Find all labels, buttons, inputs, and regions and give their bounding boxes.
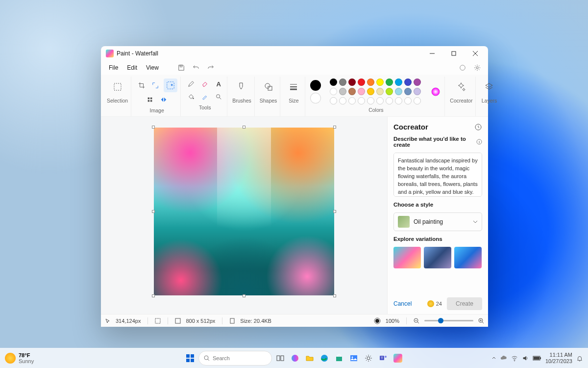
window-maximize-button[interactable]	[443, 46, 465, 61]
settings-icon[interactable]	[470, 61, 484, 75]
resize-handle[interactable]	[333, 294, 336, 297]
color-swatch[interactable]	[414, 97, 421, 105]
system-tray[interactable]: 11:11 AM 10/27/2023	[491, 352, 583, 364]
color-picker-tool[interactable]	[199, 91, 210, 102]
select-tool[interactable]	[109, 79, 126, 95]
color-swatch[interactable]	[386, 88, 393, 95]
create-button[interactable]: Create	[447, 297, 482, 310]
edit-colors-button[interactable]	[430, 86, 441, 98]
canvas-image[interactable]	[154, 128, 334, 295]
color-swatch[interactable]	[348, 97, 356, 105]
color-swatch[interactable]	[386, 97, 393, 105]
resize-handle[interactable]	[152, 294, 155, 297]
color-swatch[interactable]	[339, 88, 346, 95]
taskbar-clock[interactable]: 11:11 AM 10/27/2023	[545, 352, 572, 364]
taskbar-search[interactable]: Search	[198, 351, 272, 366]
magnifier-tool[interactable]	[213, 91, 224, 102]
color-swatch[interactable]	[376, 97, 384, 105]
copilot-icon[interactable]	[456, 61, 469, 75]
color-swatch[interactable]	[330, 79, 337, 86]
resize-handle[interactable]	[243, 126, 245, 129]
color-swatch[interactable]	[395, 79, 402, 86]
color-swatch[interactable]	[404, 79, 412, 86]
history-icon[interactable]	[474, 123, 482, 131]
color-swatch[interactable]	[358, 88, 365, 95]
menu-file[interactable]: File	[105, 62, 122, 73]
color-swatch[interactable]	[376, 79, 384, 86]
canvas-pane[interactable]	[101, 117, 387, 314]
resize-handle[interactable]	[333, 126, 336, 129]
canvas[interactable]	[154, 128, 334, 295]
notifications-icon[interactable]	[576, 355, 583, 362]
color-swatch[interactable]	[404, 88, 412, 95]
resize-tool[interactable]	[150, 80, 161, 91]
cocreator-button[interactable]	[453, 79, 469, 95]
color-swatch[interactable]	[367, 79, 374, 86]
color-swatch[interactable]	[367, 97, 374, 105]
color-swatch[interactable]	[339, 97, 346, 105]
eraser-tool[interactable]	[199, 79, 210, 89]
layers-button[interactable]	[481, 79, 497, 95]
battery-icon[interactable]	[533, 355, 541, 361]
style-select[interactable]: Oil painting	[393, 212, 482, 231]
wifi-icon[interactable]	[511, 355, 518, 362]
onedrive-icon[interactable]	[500, 355, 507, 362]
color-swatch[interactable]	[404, 97, 412, 105]
background-toggle-icon[interactable]	[374, 317, 381, 324]
taskbar[interactable]: 78°F Sunny Search T 11:11 AM 10/27/2023	[0, 348, 588, 368]
color-swatch[interactable]	[330, 88, 337, 95]
rotate-tool[interactable]	[145, 94, 155, 105]
zoom-out-icon[interactable]	[414, 318, 419, 324]
color-swatch[interactable]	[386, 79, 393, 86]
color-swatch[interactable]	[358, 79, 365, 86]
cancel-button[interactable]: Cancel	[393, 300, 412, 307]
size-tool[interactable]	[285, 79, 302, 95]
color-primary[interactable]	[310, 80, 321, 91]
color-swatch[interactable]	[348, 88, 356, 95]
teams-icon[interactable]: T	[377, 352, 390, 365]
color-swatch[interactable]	[395, 88, 402, 95]
shapes-tool[interactable]	[260, 79, 277, 95]
resize-handle[interactable]	[152, 210, 155, 213]
taskview-icon[interactable]	[274, 352, 287, 365]
text-tool[interactable]: A	[213, 79, 224, 89]
store-icon[interactable]	[333, 352, 345, 365]
zoom-slider-knob[interactable]	[438, 318, 443, 323]
image-generate-tool[interactable]	[164, 79, 177, 92]
color-swatch[interactable]	[414, 79, 421, 86]
window-close-button[interactable]	[465, 46, 486, 61]
start-button[interactable]	[184, 352, 196, 365]
pencil-tool[interactable]	[186, 79, 196, 89]
menu-edit[interactable]: Edit	[123, 62, 141, 73]
prompt-input[interactable]	[393, 153, 482, 197]
brushes-tool[interactable]	[233, 79, 250, 95]
variation-thumb[interactable]	[454, 247, 482, 268]
paint-taskbar-icon[interactable]	[392, 352, 404, 365]
color-swatch[interactable]	[395, 97, 402, 105]
color-swatch[interactable]	[367, 88, 374, 95]
zoom-slider[interactable]	[424, 320, 473, 321]
color-swatch[interactable]	[339, 79, 346, 86]
window-minimize-button[interactable]	[421, 46, 443, 61]
fill-tool[interactable]	[186, 91, 196, 102]
copilot-taskbar-icon[interactable]	[289, 352, 301, 365]
redo-icon[interactable]	[204, 61, 218, 75]
color-swatch[interactable]	[358, 97, 365, 105]
variation-thumb[interactable]	[393, 247, 421, 268]
resize-handle[interactable]	[243, 294, 245, 297]
save-icon[interactable]	[174, 61, 188, 75]
taskbar-weather[interactable]: 78°F Sunny	[5, 352, 34, 364]
volume-icon[interactable]	[522, 355, 529, 362]
titlebar[interactable]: Paint - Waterfall	[101, 46, 488, 61]
edge-icon[interactable]	[318, 352, 331, 365]
color-swatch[interactable]	[414, 88, 421, 95]
color-swatch[interactable]	[330, 97, 337, 105]
undo-icon[interactable]	[189, 61, 203, 75]
settings-taskbar-icon[interactable]	[362, 352, 375, 365]
color-secondary[interactable]	[310, 93, 321, 104]
info-icon[interactable]: i	[476, 139, 482, 145]
color-swatch[interactable]	[376, 88, 384, 95]
photos-icon[interactable]	[347, 352, 360, 365]
color-swatch[interactable]	[348, 79, 356, 86]
tray-chevron-icon[interactable]	[491, 356, 496, 361]
